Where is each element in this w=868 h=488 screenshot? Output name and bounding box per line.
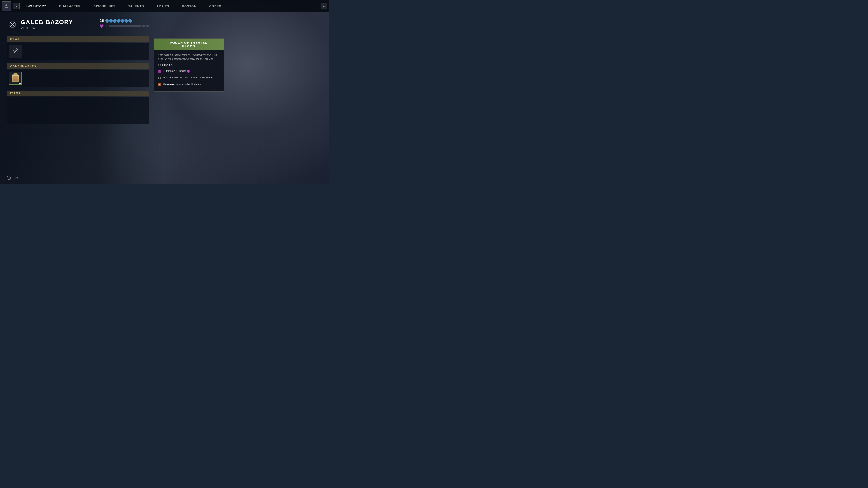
dominate-icon bbox=[158, 76, 161, 80]
tooltip-panel: POUCH OF TREATED BLOOD A gift from the P… bbox=[154, 38, 224, 92]
nav-item-codex[interactable]: CODEX bbox=[203, 0, 228, 12]
level-number: 15 bbox=[100, 19, 104, 23]
nav-portrait-container bbox=[0, 0, 12, 12]
close-button[interactable] bbox=[7, 19, 18, 30]
hunger-row: 💜 0 bbox=[100, 24, 149, 28]
hunger-pip bbox=[137, 25, 141, 27]
xp-pips bbox=[105, 19, 132, 22]
consumables-inventory-area: 1 bbox=[7, 70, 149, 87]
hunger-pip bbox=[133, 25, 137, 27]
svg-rect-14 bbox=[182, 77, 182, 78]
suspicion-effect-icon: ! bbox=[158, 83, 162, 87]
back-circle-icon: ○ bbox=[7, 176, 11, 180]
effect-text-dominate: + 1 Dominate point for the current scene… bbox=[163, 76, 220, 79]
consumable-item-slot[interactable]: 1 bbox=[9, 72, 22, 85]
items-inventory-area bbox=[7, 97, 149, 124]
gear-section-header: GEAR bbox=[7, 36, 149, 42]
hunger-pip bbox=[146, 25, 149, 27]
svg-rect-7 bbox=[16, 49, 17, 50]
blood-pouch-icon bbox=[12, 74, 19, 83]
tooltip-title: POUCH OF TREATED BLOOD bbox=[158, 41, 220, 48]
gear-item-slot[interactable] bbox=[9, 45, 22, 58]
items-section: ITEMS bbox=[7, 91, 149, 124]
suspicion-icon: ! bbox=[158, 83, 161, 86]
back-label: BACK bbox=[13, 176, 22, 180]
svg-point-11 bbox=[159, 77, 159, 78]
effect-row-dominate: + 1 Dominate point for the current scene… bbox=[158, 76, 220, 80]
hunger-pip bbox=[121, 25, 125, 27]
effect-row-suspicion: ! Suspicion increases by 10 points. bbox=[158, 82, 220, 87]
hunger-number: 0 bbox=[105, 24, 107, 28]
effect-row-hunger: Eliminates 3 Hunger bbox=[158, 69, 220, 73]
tooltip-header: POUCH OF TREATED BLOOD bbox=[154, 39, 223, 51]
tooltip-body: A gift from the Prince, from her "person… bbox=[154, 51, 223, 92]
hunger-bar bbox=[109, 25, 149, 27]
hunger-pip bbox=[109, 25, 113, 27]
portrait-icon bbox=[4, 3, 9, 9]
character-clan: VENTRUE bbox=[21, 26, 97, 30]
svg-rect-5 bbox=[13, 50, 14, 51]
nav-item-boston[interactable]: BOSTON bbox=[176, 0, 203, 12]
hunger-pip bbox=[113, 25, 117, 27]
svg-point-0 bbox=[5, 4, 7, 6]
blood-pouch-inner bbox=[13, 76, 18, 81]
character-stats: 15 💜 0 bbox=[100, 19, 149, 28]
consumables-section: CONSUMABLES 1 bbox=[7, 64, 149, 87]
nav-bar: ◄ INVENTORY CHARACTER DISCIPLINES TALENT… bbox=[0, 0, 329, 12]
nav-item-talents[interactable]: TALENTS bbox=[122, 0, 150, 12]
hunger-pip bbox=[125, 25, 129, 27]
hunger-icon bbox=[158, 70, 161, 73]
close-icon bbox=[9, 21, 16, 28]
consumables-section-header: CONSUMABLES bbox=[7, 64, 149, 69]
tooltip-description: A gift from the Prince, from her "person… bbox=[158, 53, 220, 61]
svg-text:!: ! bbox=[159, 84, 160, 86]
svg-rect-13 bbox=[180, 77, 181, 78]
dominate-effect-icon bbox=[158, 76, 162, 80]
item-count: 1 bbox=[19, 81, 21, 84]
nav-item-disciplines[interactable]: DISCIPLINES bbox=[87, 0, 122, 12]
character-portrait bbox=[2, 1, 11, 11]
character-name: GALEB BAZORY bbox=[21, 19, 97, 26]
hunger-pip bbox=[117, 25, 121, 27]
xp-pip bbox=[128, 19, 132, 23]
dominate-inline-icon bbox=[180, 76, 183, 79]
gear-section: GEAR bbox=[7, 36, 149, 60]
hunger-effect-icon bbox=[158, 69, 162, 73]
nav-prev-button[interactable]: ◄ bbox=[13, 3, 20, 9]
hunger-icon: 💜 bbox=[100, 24, 103, 28]
gear-inventory-area bbox=[7, 43, 149, 60]
level-row: 15 bbox=[100, 19, 132, 23]
nav-item-character[interactable]: CHARACTER bbox=[53, 0, 87, 12]
effect-text-suspicion: Suspicion increases by 10 points. bbox=[163, 82, 220, 86]
nav-next-button[interactable]: ► bbox=[320, 3, 327, 9]
hunger-pip bbox=[142, 25, 145, 27]
effect-text-hunger: Eliminates 3 Hunger bbox=[163, 69, 220, 73]
character-header: GALEB BAZORY VENTRUE 15 💜 0 bbox=[7, 17, 149, 32]
tooltip-effects-header: EFFECTS bbox=[158, 64, 220, 67]
main-content: GALEB BAZORY VENTRUE 15 💜 0 GEAR bbox=[0, 12, 154, 184]
nav-item-inventory[interactable]: INVENTORY bbox=[20, 0, 53, 12]
svg-point-12 bbox=[160, 77, 161, 78]
nav-item-traits[interactable]: TRAITS bbox=[150, 0, 176, 12]
wrench-icon bbox=[12, 48, 19, 55]
back-button[interactable]: ○ BACK bbox=[7, 176, 22, 180]
hunger-pip bbox=[129, 25, 133, 27]
hunger-inline-icon bbox=[187, 70, 190, 72]
nav-items: INVENTORY CHARACTER DISCIPLINES TALENTS … bbox=[20, 0, 320, 12]
character-info: GALEB BAZORY VENTRUE bbox=[21, 19, 97, 30]
items-section-header: ITEMS bbox=[7, 91, 149, 96]
